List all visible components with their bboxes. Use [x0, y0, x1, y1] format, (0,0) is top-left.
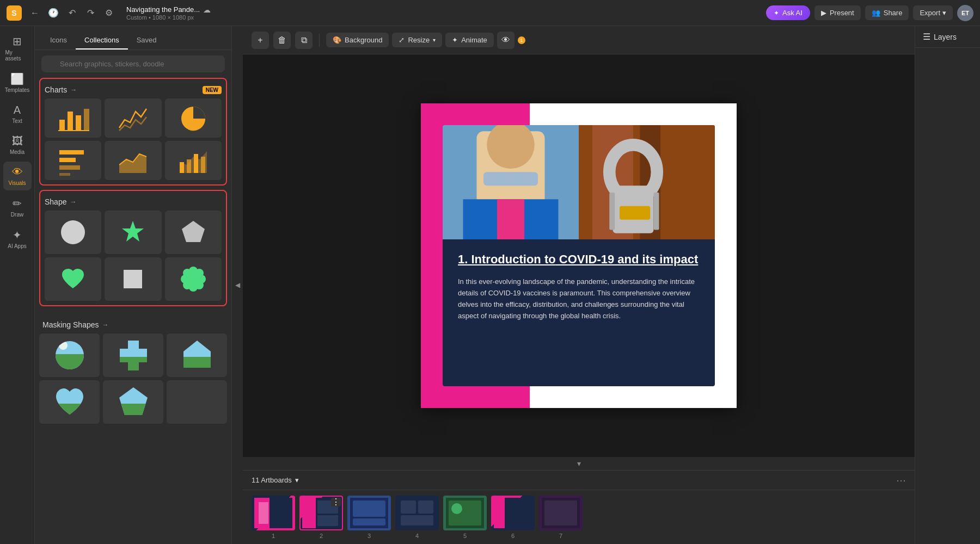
left-panel: Icons Collections Saved 🔍 Charts → NEW	[35, 26, 232, 544]
sidebar-item-visuals[interactable]: 👁 Visuals	[3, 162, 32, 190]
background-button[interactable]: 🎨 Background	[326, 33, 389, 47]
sidebar-item-draw[interactable]: ✏ Draw	[3, 193, 32, 222]
artboards-more-button[interactable]: ⋯	[896, 474, 906, 486]
redo-button[interactable]: ↷	[83, 5, 98, 21]
filmstrip-item-4[interactable]	[395, 496, 439, 530]
star-icon: ✦	[774, 9, 779, 17]
chart-item-scatter[interactable]	[165, 141, 222, 180]
filmstrip-item-6[interactable]	[491, 496, 535, 530]
artboards-label[interactable]: 11 Artboards ▾	[252, 476, 299, 484]
sidebar-item-media[interactable]: 🖼 Media	[3, 131, 32, 159]
heart-shape-icon	[59, 265, 87, 293]
animate-label: Animate	[461, 36, 487, 44]
svg-marker-17	[122, 221, 144, 242]
canvas-area: + 🗑 ⧉ 🎨 Background ⤢ Resize ▾ ✦ Animate	[243, 26, 915, 544]
svg-rect-2	[76, 115, 81, 131]
animate-button[interactable]: ✦ Animate	[445, 33, 494, 47]
ask-ai-button[interactable]: ✦ Ask AI	[766, 5, 810, 20]
shape-item-circle[interactable]	[45, 211, 101, 254]
add-button[interactable]: +	[252, 32, 269, 49]
thumb-more-button[interactable]: ⋮	[331, 498, 341, 506]
sidebar-item-my-assets[interactable]: ⊞ My assets	[3, 30, 32, 66]
artboards-bar: 11 Artboards ▾ ⋯	[243, 470, 915, 490]
chevron-collapse-bar[interactable]: ▾	[243, 457, 915, 470]
present-label: Present	[830, 9, 854, 17]
shape-item-heart[interactable]	[45, 257, 101, 301]
filmstrip-item-2[interactable]: ⋮	[299, 496, 343, 530]
svg-rect-45	[181, 404, 213, 420]
masking-item-cross[interactable]	[103, 333, 163, 377]
filmstrip-item-5[interactable]	[443, 496, 487, 530]
history-button[interactable]: 🕐	[46, 5, 61, 21]
share-button[interactable]: 👥 Share	[865, 5, 909, 20]
thumb-1-image	[254, 498, 292, 528]
filmstrip-slot-5: 5	[443, 496, 487, 539]
copy-button[interactable]: ⧉	[295, 32, 313, 49]
search-input[interactable]	[41, 55, 225, 72]
draw-label: Draw	[11, 212, 23, 218]
undo-button[interactable]: ↶	[64, 5, 79, 21]
mask-pentagon-icon	[117, 385, 150, 420]
slide-container[interactable]: 1. Introduction to COVID-19 and its impa…	[421, 103, 737, 408]
masking-item-pentagon[interactable]	[103, 380, 163, 424]
filmstrip-slot-4: 4	[395, 496, 439, 539]
thumb-7-image	[542, 498, 580, 528]
panel-collapse-zone[interactable]: ◀	[232, 26, 243, 544]
top-bar: S ← 🕐 ↶ ↷ ⚙ Navigating the Pande... ☁ Cu…	[0, 0, 980, 26]
shape-item-flower[interactable]	[165, 257, 222, 301]
new-badge: NEW	[203, 86, 222, 94]
tab-collections[interactable]: Collections	[76, 32, 128, 50]
thumb-num-2: 2	[320, 533, 323, 539]
chart-item-bar[interactable]	[45, 98, 101, 138]
sidebar-item-ai-apps[interactable]: ✦ AI Apps	[3, 224, 32, 254]
shape-item-pentagon[interactable]	[165, 211, 222, 254]
chevron-down-icon: ▾	[942, 9, 946, 17]
svg-point-28	[188, 274, 199, 285]
chart-item-pie[interactable]	[165, 98, 222, 138]
charts-section-title[interactable]: Charts →	[45, 85, 77, 94]
masking-item-diamond[interactable]	[167, 333, 227, 377]
avatar[interactable]: ET	[957, 5, 973, 21]
thumb-3-image	[350, 498, 388, 528]
chart-item-hbar[interactable]	[45, 141, 101, 180]
svg-rect-69	[353, 518, 385, 526]
masking-item-heart[interactable]	[39, 380, 100, 424]
filmstrip-item-1[interactable]	[252, 496, 295, 530]
svg-rect-38	[181, 357, 213, 373]
masking-section-title[interactable]: Masking Shapes →	[42, 320, 109, 329]
app-logo[interactable]: S	[7, 5, 22, 21]
layers-panel: ☰ Layers	[915, 26, 980, 544]
pentagon-shape-icon	[180, 219, 207, 246]
shape-item-star[interactable]	[105, 211, 161, 254]
my-assets-label: My assets	[5, 50, 29, 61]
eye-button[interactable]: 👁	[497, 32, 514, 49]
svg-rect-58	[654, 193, 659, 230]
present-button[interactable]: ▶ Present	[814, 5, 861, 20]
tab-saved[interactable]: Saved	[128, 32, 166, 50]
sidebar-item-templates[interactable]: ⬜ Templates	[3, 68, 32, 97]
my-assets-icon: ⊞	[13, 35, 22, 48]
back-button[interactable]: ←	[27, 5, 42, 21]
sidebar-item-text[interactable]: A Text	[3, 100, 32, 128]
area-chart-icon	[117, 146, 149, 176]
shape-section-title[interactable]: Shape →	[45, 197, 76, 206]
filmstrip-item-3[interactable]	[347, 496, 391, 530]
tab-icons[interactable]: Icons	[41, 32, 76, 50]
icon-bar: ⊞ My assets ⬜ Templates A Text 🖼 Media 👁…	[0, 26, 35, 544]
svg-rect-66	[317, 515, 338, 526]
chart-item-area[interactable]	[105, 141, 161, 180]
svg-rect-14	[194, 154, 198, 173]
settings-button[interactable]: ⚙	[101, 5, 117, 21]
svg-rect-7	[59, 158, 76, 162]
filmstrip-item-7[interactable]	[539, 496, 583, 530]
svg-point-76	[451, 503, 462, 514]
masking-item-crescent[interactable]	[167, 380, 227, 424]
masking-item-circle[interactable]	[39, 333, 100, 377]
slide-title: 1. Introduction to COVID-19 and its impa…	[458, 252, 700, 267]
svg-rect-35	[117, 357, 150, 373]
delete-button[interactable]: 🗑	[273, 32, 291, 49]
shape-item-square[interactable]	[105, 257, 161, 301]
resize-button[interactable]: ⤢ Resize ▾	[392, 33, 442, 47]
export-button[interactable]: Export ▾	[913, 5, 953, 20]
chart-item-line[interactable]	[105, 98, 161, 138]
